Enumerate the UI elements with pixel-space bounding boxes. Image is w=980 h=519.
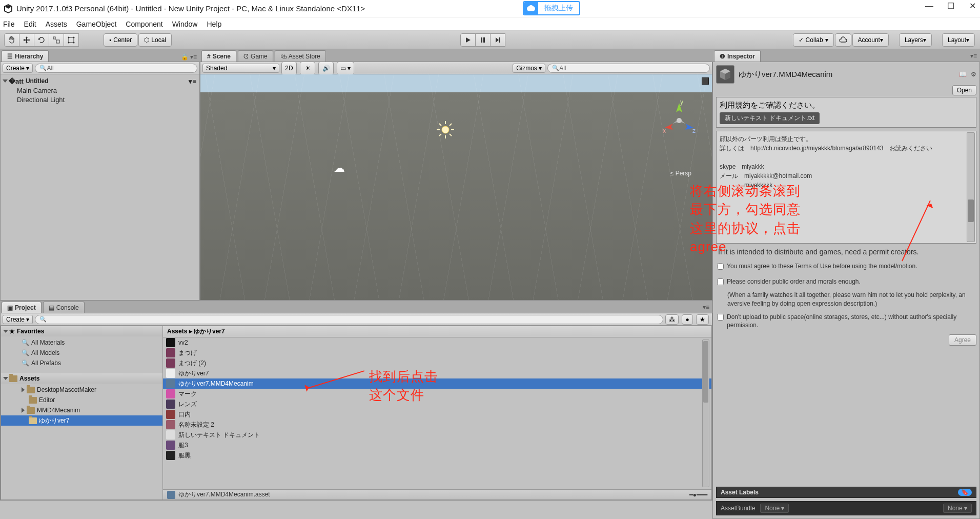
slider-icon[interactable]: ━●━━━ (689, 491, 707, 498)
minimize-button[interactable]: — (925, 2, 934, 11)
label-tag-icon[interactable]: 🔖 (958, 489, 972, 496)
agree-checkbox-1[interactable]: You must agree to these Terms of Use bef… (716, 260, 976, 272)
tab-game[interactable]: ᗧ Game (238, 50, 273, 62)
layout-dropdown[interactable]: Layout ▾ (942, 33, 975, 47)
tab-inspector[interactable]: ❶ Inspector (714, 50, 761, 62)
maximize-button[interactable]: ☐ (946, 2, 955, 11)
terms-textarea[interactable]: 顔以外のパーツ利用は禁止です。 詳しくは http://ch.nicovideo… (716, 131, 976, 244)
directional-light-gizmo-icon (436, 121, 455, 139)
shading-mode-dropdown[interactable]: Shaded ▾ (202, 64, 279, 73)
search-filter-icon[interactable]: ⁂ (665, 314, 679, 325)
bundle-variant-dropdown[interactable]: None ▾ (943, 504, 972, 513)
menu-component[interactable]: Component (126, 20, 162, 28)
asset-labels-header[interactable]: Asset Labels🔖 (716, 487, 976, 498)
settings-icon[interactable]: ⚙ (971, 71, 976, 78)
terms-scrollbar[interactable] (967, 132, 975, 242)
file-row[interactable]: ゆかりver7 (163, 368, 711, 378)
menu-file[interactable]: File (3, 20, 15, 28)
rect-tool-button[interactable] (64, 33, 79, 47)
assets-header[interactable]: Assets (1, 373, 162, 384)
orientation-gizmo[interactable]: y x z (659, 99, 700, 140)
file-row[interactable]: 服黒 (163, 450, 711, 461)
file-row[interactable]: vv2 (163, 337, 711, 348)
lighting-toggle-button[interactable]: ☀ (300, 62, 315, 75)
folder-yukari[interactable]: ゆかりver7 (1, 415, 162, 426)
audio-toggle-button[interactable]: 🔊 (318, 62, 334, 75)
pivot-center-button[interactable]: ▪ Center (104, 33, 137, 47)
menu-gameobject[interactable]: GameObject (76, 20, 117, 28)
tab-project[interactable]: ▣ Project (2, 302, 42, 313)
cloud-button[interactable] (835, 33, 851, 47)
filelist-scrollbar[interactable] (702, 340, 709, 487)
pivot-local-button[interactable]: ⬡ Local (138, 33, 172, 47)
fx-toggle-button[interactable]: ▭ ▾ (337, 62, 354, 75)
hierarchy-item[interactable]: Main Camera (4, 86, 196, 95)
fav-all-prefabs[interactable]: 🔍All Prefabs (1, 358, 162, 368)
open-button[interactable]: Open (952, 85, 976, 95)
hand-tool-button[interactable] (4, 33, 19, 47)
menu-window[interactable]: Window (172, 20, 198, 28)
file-row[interactable]: 服3 (163, 440, 711, 450)
folder-desktopmascotmaker[interactable]: DesktopMascotMaker (1, 385, 162, 395)
panel-menu-icon[interactable]: 🔒 ▾≡ (178, 52, 200, 62)
project-breadcrumb[interactable]: Assets ▸ ゆかりver7 (163, 326, 711, 337)
svg-text:y: y (680, 99, 683, 106)
tab-scene[interactable]: # Scene (201, 50, 236, 62)
file-row[interactable]: まつげ (163, 348, 711, 358)
agree-checkbox-3[interactable]: Don't upload to public space(online stor… (716, 311, 976, 331)
window-title: Unity 2017.1.0f3 Personal (64bit) - Unti… (16, 4, 365, 13)
rotate-tool-button[interactable] (34, 33, 49, 47)
collab-dropdown[interactable]: ✓ Collab ▾ (793, 33, 834, 47)
project-create-button[interactable]: Create ▾ (3, 315, 33, 324)
favorites-header[interactable]: ★ Favorites (1, 326, 162, 336)
persp-label[interactable]: ≤ Persp (670, 170, 691, 177)
bundle-name-dropdown[interactable]: None ▾ (760, 504, 789, 513)
gizmos-dropdown[interactable]: Gizmos ▾ (513, 64, 545, 73)
menu-edit[interactable]: Edit (24, 20, 36, 28)
agree-checkbox-2[interactable]: Please consider public order and morals … (716, 275, 976, 288)
close-button[interactable]: ✕ (968, 2, 977, 11)
scale-tool-button[interactable] (49, 33, 64, 47)
help-icon[interactable]: 📖 (959, 71, 967, 78)
inspector-menu-icon[interactable]: ▾≡ (967, 50, 980, 62)
scrollbar-thumb[interactable] (968, 199, 974, 222)
2d-toggle-button[interactable]: 2D (281, 62, 297, 75)
scene-viewport[interactable]: ☁ y x z ≤ Persp (200, 74, 712, 300)
scrollbar-thumb[interactable] (703, 341, 708, 403)
file-row[interactable]: レンズ (163, 399, 711, 409)
hierarchy-search-input[interactable]: 🔍 All (35, 64, 197, 73)
terms-doc-tab[interactable]: 新しいテキスト ドキュメント.txt (720, 112, 820, 124)
folder-mmd4mecanim[interactable]: MMD4Mecanim (1, 405, 162, 415)
move-tool-button[interactable] (19, 33, 34, 47)
file-row-selected[interactable]: ゆかりver7.MMD4Mecanim (163, 378, 711, 389)
upload-widget[interactable]: 拖拽上传 (523, 1, 580, 15)
scene-search-input[interactable]: 🔍 All (547, 64, 710, 73)
account-dropdown[interactable]: Account ▾ (852, 33, 889, 47)
layers-dropdown[interactable]: Layers ▾ (899, 33, 932, 47)
file-row[interactable]: 名称未設定 2 (163, 420, 711, 430)
project-menu-icon[interactable]: ▾≡ (700, 302, 712, 313)
file-row[interactable]: 口内 (163, 409, 711, 420)
file-row[interactable]: まつげ (2) (163, 358, 711, 368)
menu-help[interactable]: Help (207, 20, 221, 28)
folder-editor[interactable]: Editor (1, 395, 162, 405)
menu-assets[interactable]: Assets (46, 20, 67, 28)
tab-assetstore[interactable]: 🛍 Asset Store (275, 50, 326, 62)
project-search-input[interactable]: 🔍 (35, 315, 663, 324)
search-type-icon[interactable]: ● (682, 314, 693, 325)
pause-button[interactable] (475, 33, 491, 47)
hierarchy-create-button[interactable]: Create ▾ (3, 64, 33, 73)
hierarchy-item[interactable]: Directional Light (4, 95, 196, 104)
file-row[interactable]: マーク (163, 389, 711, 399)
play-button[interactable] (460, 33, 476, 47)
tab-hierarchy[interactable]: ☰ Hierarchy (2, 50, 49, 62)
search-star-icon[interactable]: ★ (696, 314, 709, 325)
fav-all-models[interactable]: 🔍All Models (1, 348, 162, 358)
tab-console[interactable]: ▤ Console (43, 302, 85, 313)
fav-all-materials[interactable]: 🔍All Materials (1, 337, 162, 348)
file-row[interactable]: 新しいテキスト ドキュメント (163, 430, 711, 440)
scene-options-icon[interactable] (702, 77, 709, 85)
step-button[interactable] (490, 33, 505, 47)
agree-button[interactable]: Agree (949, 334, 976, 346)
scene-row[interactable]: �att Untitled▾≡ (4, 76, 196, 86)
